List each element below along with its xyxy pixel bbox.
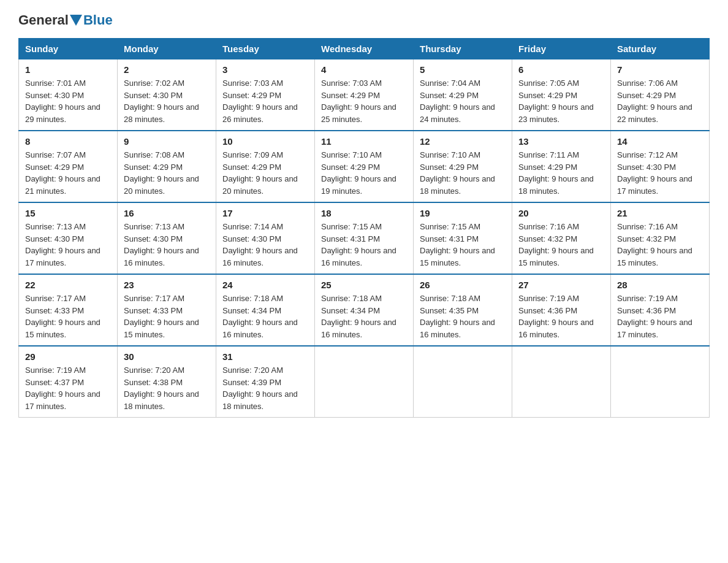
day-info: Sunrise: 7:18 AM Sunset: 4:34 PM Dayligh… xyxy=(321,293,407,340)
week-row: 15 Sunrise: 7:13 AM Sunset: 4:30 PM Dayl… xyxy=(19,202,710,274)
day-number: 30 xyxy=(124,351,210,362)
day-number: 17 xyxy=(222,208,308,218)
calendar-cell: 20 Sunrise: 7:16 AM Sunset: 4:32 PM Dayl… xyxy=(512,202,611,274)
day-number: 21 xyxy=(617,208,703,218)
calendar-cell: 29 Sunrise: 7:19 AM Sunset: 4:37 PM Dayl… xyxy=(19,346,118,418)
day-info: Sunrise: 7:09 AM Sunset: 4:29 PM Dayligh… xyxy=(222,149,308,197)
day-info: Sunrise: 7:14 AM Sunset: 4:30 PM Dayligh… xyxy=(222,221,308,269)
day-number: 24 xyxy=(222,280,308,290)
calendar-cell: 22 Sunrise: 7:17 AM Sunset: 4:33 PM Dayl… xyxy=(19,274,118,346)
day-number: 5 xyxy=(420,64,506,75)
day-info: Sunrise: 7:18 AM Sunset: 4:34 PM Dayligh… xyxy=(222,293,308,340)
day-number: 3 xyxy=(222,64,308,75)
day-info: Sunrise: 7:20 AM Sunset: 4:39 PM Dayligh… xyxy=(222,364,308,412)
calendar-body: 1 Sunrise: 7:01 AM Sunset: 4:30 PM Dayli… xyxy=(19,59,710,418)
day-number: 31 xyxy=(222,351,308,362)
day-number: 27 xyxy=(518,280,604,290)
day-number: 9 xyxy=(124,136,210,147)
logo-general-text: General xyxy=(18,12,69,28)
week-row: 8 Sunrise: 7:07 AM Sunset: 4:29 PM Dayli… xyxy=(19,131,710,202)
day-info: Sunrise: 7:17 AM Sunset: 4:33 PM Dayligh… xyxy=(124,293,210,340)
day-info: Sunrise: 7:13 AM Sunset: 4:30 PM Dayligh… xyxy=(25,221,111,269)
day-info: Sunrise: 7:10 AM Sunset: 4:29 PM Dayligh… xyxy=(420,149,506,197)
weekday-header-wednesday: Wednesday xyxy=(315,39,414,59)
day-info: Sunrise: 7:19 AM Sunset: 4:37 PM Dayligh… xyxy=(25,364,111,412)
day-info: Sunrise: 7:04 AM Sunset: 4:29 PM Dayligh… xyxy=(420,77,506,125)
day-info: Sunrise: 7:13 AM Sunset: 4:30 PM Dayligh… xyxy=(124,221,210,269)
day-info: Sunrise: 7:07 AM Sunset: 4:29 PM Dayligh… xyxy=(25,149,111,197)
day-number: 18 xyxy=(321,208,407,218)
calendar-cell: 10 Sunrise: 7:09 AM Sunset: 4:29 PM Dayl… xyxy=(216,131,315,202)
calendar-cell: 31 Sunrise: 7:20 AM Sunset: 4:39 PM Dayl… xyxy=(216,346,315,418)
calendar-cell: 27 Sunrise: 7:19 AM Sunset: 4:36 PM Dayl… xyxy=(512,274,611,346)
calendar-cell: 4 Sunrise: 7:03 AM Sunset: 4:29 PM Dayli… xyxy=(315,59,414,131)
header: General Blue xyxy=(18,12,710,28)
day-number: 7 xyxy=(617,64,703,75)
calendar-cell: 25 Sunrise: 7:18 AM Sunset: 4:34 PM Dayl… xyxy=(315,274,414,346)
weekday-row: SundayMondayTuesdayWednesdayThursdayFrid… xyxy=(19,39,710,59)
calendar-cell xyxy=(414,346,512,418)
day-number: 10 xyxy=(222,136,308,147)
week-row: 22 Sunrise: 7:17 AM Sunset: 4:33 PM Dayl… xyxy=(19,274,710,346)
calendar-cell: 5 Sunrise: 7:04 AM Sunset: 4:29 PM Dayli… xyxy=(414,59,512,131)
logo: General Blue xyxy=(18,12,113,28)
day-info: Sunrise: 7:19 AM Sunset: 4:36 PM Dayligh… xyxy=(617,293,703,340)
day-number: 1 xyxy=(25,64,111,75)
calendar-cell: 19 Sunrise: 7:15 AM Sunset: 4:31 PM Dayl… xyxy=(414,202,512,274)
day-number: 13 xyxy=(518,136,604,147)
calendar-cell: 21 Sunrise: 7:16 AM Sunset: 4:32 PM Dayl… xyxy=(611,202,710,274)
calendar-cell xyxy=(611,346,710,418)
calendar-cell xyxy=(512,346,611,418)
day-number: 16 xyxy=(124,208,210,218)
weekday-header-thursday: Thursday xyxy=(414,39,512,59)
week-row: 1 Sunrise: 7:01 AM Sunset: 4:30 PM Dayli… xyxy=(19,59,710,131)
day-info: Sunrise: 7:16 AM Sunset: 4:32 PM Dayligh… xyxy=(617,221,703,269)
day-info: Sunrise: 7:12 AM Sunset: 4:30 PM Dayligh… xyxy=(617,149,703,197)
calendar-cell: 16 Sunrise: 7:13 AM Sunset: 4:30 PM Dayl… xyxy=(118,202,216,274)
day-number: 14 xyxy=(617,136,703,147)
calendar-cell: 12 Sunrise: 7:10 AM Sunset: 4:29 PM Dayl… xyxy=(414,131,512,202)
week-row: 29 Sunrise: 7:19 AM Sunset: 4:37 PM Dayl… xyxy=(19,346,710,418)
day-number: 4 xyxy=(321,64,407,75)
calendar-cell: 24 Sunrise: 7:18 AM Sunset: 4:34 PM Dayl… xyxy=(216,274,315,346)
day-info: Sunrise: 7:03 AM Sunset: 4:29 PM Dayligh… xyxy=(222,77,308,125)
day-number: 12 xyxy=(420,136,506,147)
day-number: 20 xyxy=(518,208,604,218)
day-info: Sunrise: 7:11 AM Sunset: 4:29 PM Dayligh… xyxy=(518,149,604,197)
calendar-cell: 8 Sunrise: 7:07 AM Sunset: 4:29 PM Dayli… xyxy=(19,131,118,202)
day-number: 26 xyxy=(420,280,506,290)
day-number: 6 xyxy=(518,64,604,75)
day-info: Sunrise: 7:10 AM Sunset: 4:29 PM Dayligh… xyxy=(321,149,407,197)
calendar-cell xyxy=(315,346,414,418)
day-info: Sunrise: 7:15 AM Sunset: 4:31 PM Dayligh… xyxy=(420,221,506,269)
day-info: Sunrise: 7:01 AM Sunset: 4:30 PM Dayligh… xyxy=(25,77,111,125)
weekday-header-monday: Monday xyxy=(118,39,216,59)
day-info: Sunrise: 7:20 AM Sunset: 4:38 PM Dayligh… xyxy=(124,364,210,412)
day-info: Sunrise: 7:18 AM Sunset: 4:35 PM Dayligh… xyxy=(420,293,506,340)
calendar-cell: 18 Sunrise: 7:15 AM Sunset: 4:31 PM Dayl… xyxy=(315,202,414,274)
calendar-cell: 26 Sunrise: 7:18 AM Sunset: 4:35 PM Dayl… xyxy=(414,274,512,346)
calendar-cell: 6 Sunrise: 7:05 AM Sunset: 4:29 PM Dayli… xyxy=(512,59,611,131)
calendar-cell: 15 Sunrise: 7:13 AM Sunset: 4:30 PM Dayl… xyxy=(19,202,118,274)
calendar-cell: 17 Sunrise: 7:14 AM Sunset: 4:30 PM Dayl… xyxy=(216,202,315,274)
calendar-cell: 3 Sunrise: 7:03 AM Sunset: 4:29 PM Dayli… xyxy=(216,59,315,131)
day-number: 11 xyxy=(321,136,407,147)
day-info: Sunrise: 7:17 AM Sunset: 4:33 PM Dayligh… xyxy=(25,293,111,340)
calendar-table: SundayMondayTuesdayWednesdayThursdayFrid… xyxy=(18,38,710,418)
calendar-cell: 30 Sunrise: 7:20 AM Sunset: 4:38 PM Dayl… xyxy=(118,346,216,418)
day-number: 29 xyxy=(25,351,111,362)
calendar-cell: 28 Sunrise: 7:19 AM Sunset: 4:36 PM Dayl… xyxy=(611,274,710,346)
day-number: 15 xyxy=(25,208,111,218)
day-number: 19 xyxy=(420,208,506,218)
calendar-cell: 13 Sunrise: 7:11 AM Sunset: 4:29 PM Dayl… xyxy=(512,131,611,202)
day-number: 25 xyxy=(321,280,407,290)
calendar-cell: 1 Sunrise: 7:01 AM Sunset: 4:30 PM Dayli… xyxy=(19,59,118,131)
calendar-cell: 11 Sunrise: 7:10 AM Sunset: 4:29 PM Dayl… xyxy=(315,131,414,202)
logo-triangle-icon xyxy=(70,15,82,26)
day-number: 28 xyxy=(617,280,703,290)
day-info: Sunrise: 7:06 AM Sunset: 4:29 PM Dayligh… xyxy=(617,77,703,125)
day-info: Sunrise: 7:03 AM Sunset: 4:29 PM Dayligh… xyxy=(321,77,407,125)
weekday-header-sunday: Sunday xyxy=(19,39,118,59)
calendar-cell: 14 Sunrise: 7:12 AM Sunset: 4:30 PM Dayl… xyxy=(611,131,710,202)
logo-blue-text: Blue xyxy=(83,12,113,28)
